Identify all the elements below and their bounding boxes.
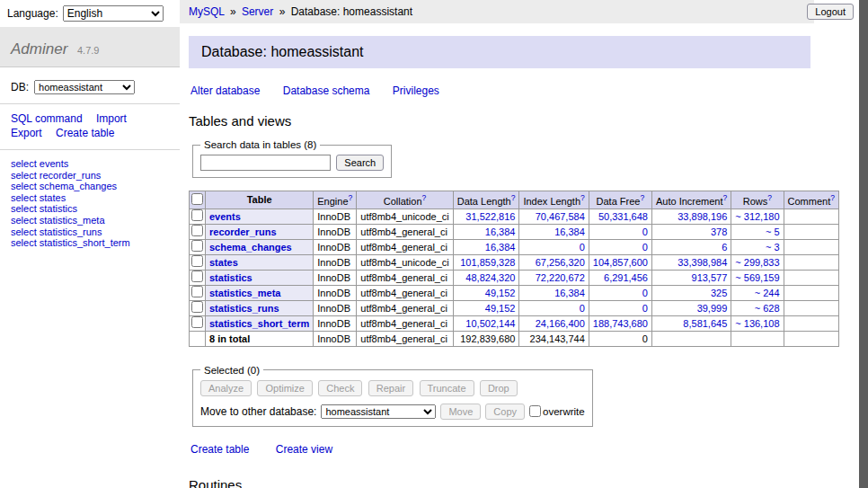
- row-checkbox[interactable]: [191, 316, 203, 328]
- engine-cell: InnoDB: [314, 209, 357, 224]
- truncate-button[interactable]: Truncate: [420, 380, 474, 396]
- column-header-comment: Comment?: [784, 191, 838, 209]
- help-icon[interactable]: ?: [580, 193, 585, 202]
- table-row: events InnoDB utf8mb4_unicode_ci 31,522,…: [190, 209, 839, 224]
- table-name-link[interactable]: schema_changes: [209, 242, 292, 253]
- data-length-cell: 49,152: [453, 300, 519, 315]
- logout-button[interactable]: Logout: [807, 4, 854, 20]
- language-label: Language:: [7, 7, 58, 20]
- scrollbar-thumb[interactable]: [859, 0, 868, 488]
- comment-cell: [784, 209, 838, 224]
- move-button[interactable]: Move: [440, 404, 481, 420]
- copy-button[interactable]: Copy: [485, 404, 525, 420]
- index-length-cell: 72,220,672: [519, 270, 589, 285]
- collation-cell: utf8mb4_general_ci: [357, 224, 453, 239]
- help-icon[interactable]: ?: [723, 193, 728, 202]
- sidebar-link-import[interactable]: Import: [96, 112, 127, 125]
- breadcrumb-separator: »: [279, 5, 286, 18]
- check-button[interactable]: Check: [318, 380, 362, 396]
- sidebar-link-export[interactable]: Export: [11, 127, 42, 139]
- sidebar-table-link[interactable]: select schema_changes: [11, 181, 117, 191]
- data-free-cell: 0: [589, 285, 651, 300]
- sidebar-table-link[interactable]: select statistics_meta: [11, 215, 105, 226]
- table-name-link[interactable]: statistics_meta: [209, 288, 281, 298]
- data-length-cell: 10,502,144: [453, 315, 519, 331]
- sidebar-table-link[interactable]: select recorder_runs: [11, 170, 101, 181]
- select-all-checkbox[interactable]: [191, 193, 203, 205]
- data-free-cell: 188,743,680: [589, 315, 651, 331]
- sidebar-table-link[interactable]: select statistics: [11, 203, 77, 214]
- row-checkbox[interactable]: [191, 301, 203, 313]
- row-checkbox[interactable]: [191, 286, 203, 297]
- table-row: recorder_runs InnoDB utf8mb4_general_ci …: [190, 224, 839, 239]
- language-area: Language: English: [7, 5, 164, 22]
- row-checkbox[interactable]: [191, 271, 203, 282]
- comment-cell: [784, 239, 838, 254]
- sidebar: Adminer 4.7.9 DB: homeassistant SQL comm…: [0, 27, 180, 488]
- sidebar-table-link[interactable]: select states: [11, 192, 66, 203]
- table-row: statistics_short_term InnoDB utf8mb4_gen…: [190, 315, 839, 331]
- breadcrumb-separator: »: [230, 5, 236, 18]
- column-header-engine: Engine?: [314, 191, 357, 209]
- table-name-link[interactable]: events: [209, 211, 241, 222]
- breadcrumb-mysql-link[interactable]: MySQL: [189, 5, 225, 18]
- sidebar-link-create-table[interactable]: Create table: [56, 127, 114, 139]
- sidebar-table-link[interactable]: select events: [11, 158, 68, 169]
- table-name-link[interactable]: states: [209, 257, 238, 268]
- collation-cell: utf8mb4_general_ci: [357, 239, 453, 254]
- sidebar-table-link[interactable]: select statistics_runs: [11, 226, 102, 237]
- overwrite-label: overwrite: [543, 406, 585, 417]
- sidebar-link-sql-command[interactable]: SQL command: [11, 112, 83, 125]
- analyze-button[interactable]: Analyze: [200, 380, 252, 396]
- move-label: Move to other database:: [200, 405, 316, 418]
- create-table-link[interactable]: Create table: [190, 443, 249, 456]
- language-select[interactable]: English: [63, 5, 164, 22]
- table-row: statistics_meta InnoDB utf8mb4_general_c…: [190, 285, 839, 300]
- repair-button[interactable]: Repair: [368, 380, 413, 396]
- column-header-auto-increment: Auto Increment?: [651, 191, 731, 209]
- table-name-link[interactable]: statistics_short_term: [209, 318, 309, 329]
- auto-increment-cell: 33,398,984: [651, 254, 731, 270]
- table-header-row: Table Engine? Collation? Data Length? In…: [190, 191, 839, 209]
- row-checkbox[interactable]: [191, 240, 203, 252]
- alter-database-link[interactable]: Alter database: [190, 84, 260, 97]
- help-icon[interactable]: ?: [830, 193, 835, 202]
- db-select[interactable]: homeassistant: [34, 80, 135, 94]
- help-icon[interactable]: ?: [640, 193, 644, 202]
- drop-button[interactable]: Drop: [480, 380, 518, 396]
- database-schema-link[interactable]: Database schema: [283, 84, 370, 97]
- help-icon[interactable]: ?: [422, 193, 427, 202]
- data-free-cell: 0: [589, 331, 651, 346]
- optimize-button[interactable]: Optimize: [257, 380, 312, 396]
- index-length-cell: 67,256,320: [519, 254, 589, 270]
- move-database-select[interactable]: homeassistant: [321, 404, 436, 419]
- help-icon[interactable]: ?: [511, 193, 516, 202]
- row-checkbox[interactable]: [191, 225, 203, 236]
- adminer-version: 4.7.9: [77, 45, 99, 56]
- help-icon[interactable]: ?: [349, 193, 353, 202]
- db-selector-row: DB: homeassistant: [0, 67, 180, 104]
- data-free-cell: 6,291,456: [589, 270, 651, 285]
- create-view-link[interactable]: Create view: [276, 443, 332, 456]
- help-icon[interactable]: ?: [767, 193, 772, 202]
- table-name-link[interactable]: statistics: [209, 272, 252, 283]
- row-checkbox[interactable]: [191, 209, 203, 221]
- search-button[interactable]: Search: [336, 155, 384, 171]
- search-input[interactable]: [200, 155, 331, 171]
- collation-cell: utf8mb4_general_ci: [357, 270, 453, 285]
- page-title: Database: homeassistant: [189, 36, 810, 68]
- rows-cell: ~ 299,833: [731, 254, 784, 270]
- adminer-logo-text: Adminer: [11, 40, 67, 58]
- privileges-link[interactable]: Privileges: [393, 84, 439, 97]
- table-name-link[interactable]: statistics_runs: [209, 303, 279, 314]
- collation-cell: utf8mb4_unicode_ci: [357, 209, 453, 224]
- engine-cell: InnoDB: [314, 270, 357, 285]
- row-checkbox[interactable]: [191, 255, 203, 267]
- table-name-link[interactable]: recorder_runs: [209, 226, 277, 237]
- overwrite-checkbox[interactable]: [529, 405, 541, 417]
- data-length-cell: 192,839,680: [453, 331, 519, 346]
- scrollbar[interactable]: [859, 0, 868, 488]
- index-length-cell: 16,384: [519, 224, 589, 239]
- breadcrumb-server-link[interactable]: Server: [242, 5, 273, 18]
- sidebar-table-link[interactable]: select statistics_short_term: [11, 237, 130, 248]
